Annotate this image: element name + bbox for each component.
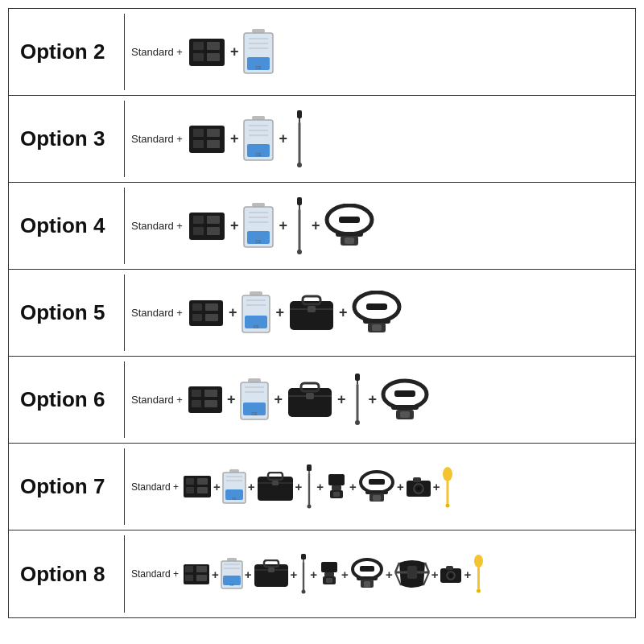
svg-rect-13 <box>193 129 204 137</box>
svg-rect-85 <box>357 381 358 384</box>
svg-rect-148 <box>324 572 334 576</box>
svg-rect-143 <box>301 554 306 559</box>
svg-line-162 <box>423 572 429 585</box>
svg-rect-1 <box>193 42 204 50</box>
svg-rect-112 <box>328 474 345 485</box>
svg-rect-72 <box>204 390 217 397</box>
option-label: Option 4 <box>12 188 125 264</box>
head-strap-icon <box>324 204 374 248</box>
svg-rect-63 <box>308 306 316 312</box>
mount-clamp-icon <box>319 562 340 586</box>
standard-text: Standard + <box>131 220 183 232</box>
svg-text:CE: CE <box>256 152 262 157</box>
option-label: Option 7 <box>12 448 125 525</box>
svg-point-111 <box>308 505 312 509</box>
svg-rect-129 <box>185 566 193 572</box>
head-strap-icon <box>352 291 402 335</box>
svg-rect-42 <box>299 209 301 251</box>
svg-rect-83 <box>306 393 314 399</box>
standard-text: Standard + <box>131 133 183 145</box>
svg-point-127 <box>446 503 450 507</box>
svg-rect-50 <box>192 303 202 311</box>
plus-sign: + <box>291 568 298 581</box>
svg-rect-31 <box>207 216 220 224</box>
svg-rect-145 <box>303 562 304 591</box>
svg-rect-155 <box>364 581 370 587</box>
table-row: Option 5 Standard + + <box>9 270 635 357</box>
svg-rect-120 <box>373 495 381 501</box>
svg-rect-41 <box>299 205 300 209</box>
plus-sign: + <box>275 304 284 321</box>
svg-rect-96 <box>197 478 208 485</box>
svg-rect-122 <box>413 477 421 482</box>
battery-icon: CE <box>242 29 275 76</box>
svg-text:CE: CE <box>232 497 237 501</box>
svg-rect-97 <box>197 487 208 493</box>
svg-rect-131 <box>196 566 207 572</box>
svg-rect-48 <box>345 237 354 244</box>
svg-rect-108 <box>307 464 312 471</box>
plus-sign: + <box>310 568 317 581</box>
svg-rect-14 <box>193 140 204 148</box>
svg-point-124 <box>416 486 421 491</box>
svg-line-161 <box>395 572 401 585</box>
float-grip-icon <box>441 466 454 508</box>
svg-rect-16 <box>207 140 220 148</box>
svg-rect-117 <box>369 479 385 485</box>
table-row: Option 6 Standard + + <box>9 357 635 444</box>
plus-sign: + <box>274 391 283 408</box>
carrying-case-icon <box>287 382 333 419</box>
selfie-stick-icon <box>299 554 308 594</box>
svg-rect-61 <box>303 296 320 304</box>
option-label: Option 8 <box>12 535 125 613</box>
svg-text:CE: CE <box>256 239 262 244</box>
plus-sign: + <box>339 304 348 321</box>
option-label: Option 2 <box>12 14 125 90</box>
head-strap-icon <box>350 558 384 590</box>
svg-rect-45 <box>339 217 360 223</box>
svg-rect-52 <box>205 303 218 311</box>
svg-rect-90 <box>391 405 419 410</box>
svg-point-43 <box>297 250 302 254</box>
svg-rect-94 <box>186 478 194 485</box>
option-label: Option 5 <box>12 275 125 351</box>
svg-rect-2 <box>193 53 204 61</box>
carrying-case-icon <box>254 559 289 588</box>
charger-icon <box>183 564 210 585</box>
svg-rect-164 <box>446 566 453 570</box>
option-label: Option 3 <box>12 101 125 177</box>
svg-line-159 <box>395 563 399 572</box>
plus-sign: + <box>386 568 393 581</box>
row-content: Standard + + CE <box>125 107 632 171</box>
svg-rect-89 <box>394 390 415 397</box>
svg-rect-168 <box>477 567 480 589</box>
row-content: Standard + + CE <box>125 20 632 85</box>
svg-rect-3 <box>207 42 220 50</box>
svg-text:CE: CE <box>256 65 262 70</box>
plus-sign: + <box>295 480 303 493</box>
charger-icon <box>188 124 226 155</box>
svg-rect-32 <box>207 227 220 235</box>
svg-rect-70 <box>192 390 201 397</box>
table-row: Option 4 Standard + + <box>9 183 635 270</box>
svg-rect-107 <box>272 481 279 485</box>
plus-sign: + <box>397 480 404 493</box>
row-content: Standard + + CE <box>125 551 632 597</box>
options-table: Option 2 Standard + + <box>8 8 636 618</box>
charger-icon <box>188 299 225 328</box>
plus-sign: + <box>227 391 236 408</box>
battery-icon: CE <box>242 203 275 250</box>
row-content: Standard + + CE <box>125 461 632 512</box>
plus-sign: + <box>341 568 349 581</box>
table-row: Option 7 Standard + + <box>9 444 635 530</box>
svg-rect-132 <box>196 575 207 581</box>
svg-rect-84 <box>355 374 360 381</box>
camera-small-icon <box>440 565 462 584</box>
plus-sign: + <box>213 480 221 493</box>
plus-sign: + <box>230 217 239 234</box>
svg-point-169 <box>477 589 481 593</box>
selfie-stick-icon <box>291 197 308 255</box>
plus-sign: + <box>229 304 237 321</box>
standard-text: Standard + <box>131 568 179 580</box>
camera-small-icon <box>406 477 431 497</box>
